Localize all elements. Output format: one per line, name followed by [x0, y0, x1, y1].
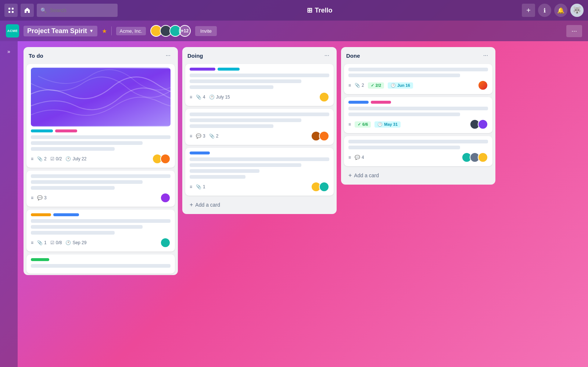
- comment-icon: 💬: [196, 133, 201, 139]
- card-text-medium: [348, 113, 460, 116]
- card-avatar-orange[interactable]: [319, 131, 329, 141]
- board-title: Project Team Spirit: [27, 27, 87, 35]
- card-todo-3[interactable]: ≡ 📎 1 ☑ 0/8 🕐 Sep 29: [26, 210, 175, 252]
- invite-button[interactable]: Invite: [195, 26, 217, 36]
- home-icon[interactable]: [21, 4, 34, 17]
- star-icon[interactable]: ★: [102, 28, 107, 35]
- card-done-3[interactable]: ≡ 💬 4: [344, 136, 492, 166]
- column-todo-body: ≡ 📎 2 ☑ 0/2 🕐 July 22: [24, 63, 178, 275]
- comment-icon: 💬: [37, 195, 43, 200]
- card-footer: ≡ 📎 2 ✓ 2/2 🕐 Jun 16: [348, 80, 488, 90]
- svg-rect-0: [8, 8, 10, 10]
- column-doing-more-button[interactable]: ···: [322, 51, 331, 60]
- card-text-medium: [348, 146, 460, 149]
- attachment-count: 2: [362, 83, 364, 88]
- card-avatar-orange[interactable]: [478, 80, 488, 90]
- comment-count: 3: [203, 133, 205, 139]
- sidebar-collapse-button[interactable]: »: [4, 46, 13, 57]
- add-card-doing-button[interactable]: + Add a card: [185, 199, 334, 211]
- board-area: To do ···: [18, 41, 588, 367]
- add-button[interactable]: +: [522, 4, 535, 17]
- search-input[interactable]: [37, 4, 118, 17]
- column-done-header: Done ···: [341, 47, 495, 63]
- comment-meta: 💬 4: [355, 155, 364, 160]
- card-text-medium: [31, 225, 143, 229]
- card-avatar-purple[interactable]: [478, 119, 488, 129]
- card-todo-2[interactable]: ≡ 💬 3: [26, 171, 175, 207]
- card-done-2[interactable]: ≡ ✓ 6/6 🕐 May 31: [344, 97, 492, 133]
- card-text-full: [31, 174, 171, 178]
- tag-cyan: [218, 68, 240, 71]
- notification-button[interactable]: 🔔: [554, 4, 567, 17]
- workspace-tag[interactable]: Acme, Inc.: [116, 27, 146, 35]
- paperclip-icon: 📎: [355, 83, 360, 88]
- card-avatars: [311, 131, 329, 141]
- nav-right: + ℹ 🔔 🐺: [522, 4, 584, 17]
- card-doing-2[interactable]: ≡ 💬 3 📎 2: [185, 109, 334, 145]
- attachment-meta: 📎 4: [196, 95, 205, 100]
- card-avatar-yellow[interactable]: [319, 92, 329, 102]
- card-footer: ≡ 💬 3 📎 2: [190, 131, 329, 141]
- board-header-right: ···: [566, 25, 582, 37]
- card-footer: ≡ 💬 4: [348, 152, 488, 163]
- add-card-done-button[interactable]: + Add a card: [344, 169, 492, 182]
- clock-icon: 🕐: [209, 95, 215, 100]
- card-text-medium: [348, 74, 460, 77]
- desc-icon: ≡: [348, 155, 351, 160]
- desc-icon: ≡: [31, 240, 33, 245]
- card-text-full: [190, 157, 329, 161]
- due-meta: 🕐 July 22: [65, 156, 86, 161]
- card-done-1[interactable]: ≡ 📎 2 ✓ 2/2 🕐 Jun 16: [344, 64, 492, 94]
- checklist-done-badge: ✓ 6/6: [355, 121, 371, 128]
- card-avatar-teal[interactable]: [160, 238, 171, 248]
- due-meta: 🕐 July 15: [209, 95, 230, 100]
- column-done-more-button[interactable]: ···: [481, 51, 490, 60]
- card-footer: ≡ 📎 4 🕐 July 15: [190, 92, 329, 102]
- card-cover-image: [31, 68, 171, 127]
- card-avatars: [152, 154, 171, 164]
- member-count[interactable]: +12: [179, 25, 191, 37]
- card-avatar-teal2[interactable]: [319, 182, 329, 192]
- due-date: May 31: [384, 122, 398, 127]
- board-members: +12: [150, 25, 191, 37]
- attachment-meta: 📎 1: [196, 184, 205, 189]
- user-avatar[interactable]: 🐺: [570, 4, 584, 17]
- column-doing-body: ≡ 📎 4 🕐 July 15: [182, 63, 337, 197]
- card-text-short: [31, 186, 115, 190]
- card-avatars: [311, 182, 329, 192]
- card-doing-3[interactable]: ≡ 📎 1: [185, 148, 334, 196]
- board-title-wrap[interactable]: Project Team Spirit ▼: [24, 26, 97, 36]
- desc-icon: ≡: [190, 133, 192, 139]
- card-avatar-purple[interactable]: [160, 193, 171, 203]
- attachment-meta: 📎 2: [355, 83, 364, 88]
- clock-icon: 🕐: [391, 83, 396, 88]
- workspace-logo[interactable]: ACME: [6, 24, 19, 38]
- column-todo-more-button[interactable]: ···: [164, 51, 173, 60]
- card-avatar-yellow3[interactable]: [478, 152, 488, 163]
- card-doing-1[interactable]: ≡ 📎 4 🕐 July 15: [185, 64, 334, 106]
- dropdown-icon: ▼: [89, 28, 94, 33]
- card-text-full: [190, 74, 329, 77]
- column-done-title: Done: [346, 53, 360, 59]
- attachment-meta: 📎 2: [209, 133, 219, 139]
- board-more-button[interactable]: ···: [566, 25, 582, 37]
- column-todo-header: To do ···: [24, 47, 178, 63]
- paperclip-icon: 📎: [196, 184, 201, 189]
- card-todo-1[interactable]: ≡ 📎 2 ☑ 0/2 🕐 July 22: [26, 64, 175, 168]
- due-date: Jun 16: [397, 83, 410, 88]
- add-card-label: Add a card: [195, 202, 220, 208]
- card-text-short: [31, 231, 115, 235]
- card-avatar-orange[interactable]: [160, 154, 171, 164]
- card-footer: ≡ 📎 2 ☑ 0/2 🕐 July 22: [31, 154, 171, 164]
- info-button[interactable]: ℹ: [538, 4, 551, 17]
- tag-pink: [371, 101, 391, 104]
- card-avatars: [470, 119, 488, 129]
- grid-icon[interactable]: [4, 4, 18, 17]
- card-todo-4[interactable]: [26, 254, 175, 274]
- attachment-count: 1: [44, 240, 47, 245]
- card-tags: [348, 101, 488, 104]
- desc-icon: ≡: [190, 184, 192, 189]
- due-done-badge: 🕐 May 31: [374, 121, 401, 128]
- checklist-meta: ☑ 0/2: [50, 156, 62, 161]
- clock-icon: 🕐: [65, 240, 71, 245]
